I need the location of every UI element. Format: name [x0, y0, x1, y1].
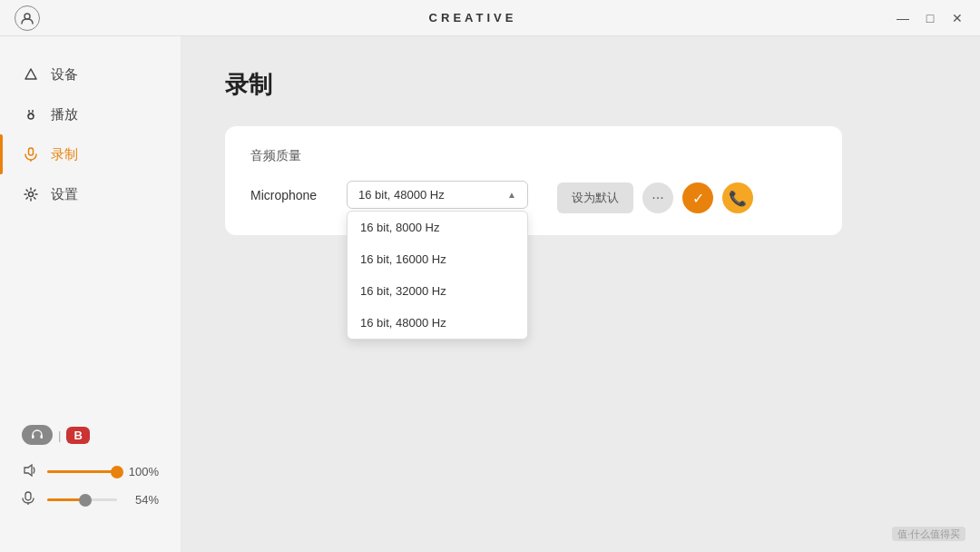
volume-main-value: 100% [126, 465, 159, 478]
title-bar-left [15, 5, 51, 31]
volume-main-fill [47, 470, 117, 473]
sidebar-nav: 设备 播放 [0, 54, 181, 410]
title-bar: CREATIVE — □ ✕ [0, 0, 980, 36]
svg-point-0 [24, 14, 30, 19]
device-row: Microphone 16 bit, 48000 Hz ▲ 16 bit, 80… [250, 181, 817, 213]
svg-rect-9 [41, 435, 44, 439]
dropdown-option-3[interactable]: 16 bit, 48000 Hz [348, 307, 527, 339]
sidebar-label-record: 录制 [51, 146, 78, 163]
close-button[interactable]: ✕ [949, 10, 965, 26]
devices-icon [22, 65, 40, 84]
volume-mic-thumb[interactable] [79, 494, 92, 507]
badge-divider: | [58, 429, 61, 442]
svg-marker-10 [24, 465, 32, 476]
sidebar-label-devices: 设备 [51, 66, 78, 84]
minimize-button[interactable]: — [895, 10, 911, 26]
dropdown-option-0[interactable]: 16 bit, 8000 Hz [348, 212, 527, 243]
sidebar-item-playback[interactable]: 播放 [0, 94, 181, 134]
sidebar-bottom: | B 100% [0, 410, 181, 534]
selected-option-label: 16 bit, 48000 Hz [358, 188, 445, 202]
phone-icon: 📞 [729, 190, 747, 207]
call-button[interactable]: 📞 [722, 182, 753, 213]
check-icon: ✓ [692, 190, 704, 207]
volume-main-track[interactable] [47, 470, 117, 473]
volume-mic-track[interactable] [47, 498, 117, 501]
app-logo: CREATIVE [51, 11, 895, 25]
watermark: 值·什么值得买 [892, 527, 965, 541]
audio-quality-card: 音频质量 Microphone 16 bit, 48000 Hz ▲ 16 bi… [225, 126, 842, 235]
red-badge[interactable]: B [66, 427, 89, 444]
sidebar-label-settings: 设置 [51, 186, 78, 203]
window-controls: — □ ✕ [895, 10, 965, 26]
dropdown-option-2[interactable]: 16 bit, 32000 Hz [348, 275, 527, 307]
volume-main-thumb[interactable] [111, 466, 123, 478]
maximize-button[interactable]: □ [922, 10, 938, 26]
volume-mic-value: 54% [126, 493, 159, 507]
page-title: 录制 [225, 69, 936, 101]
sidebar-item-record[interactable]: 录制 [0, 134, 181, 174]
record-icon [22, 145, 40, 163]
quality-dropdown-menu[interactable]: 16 bit, 8000 Hz 16 bit, 16000 Hz 16 bit,… [347, 211, 528, 340]
svg-point-7 [29, 192, 34, 197]
sidebar-label-playback: 播放 [51, 106, 78, 123]
headphone-badge[interactable] [22, 425, 53, 445]
sidebar-item-devices[interactable]: 设备 [0, 54, 181, 94]
account-button[interactable] [15, 5, 40, 31]
sidebar: 设备 播放 [0, 36, 181, 552]
action-buttons: 设为默认 ··· ✓ 📞 [557, 181, 753, 213]
dropdown-arrow-icon: ▲ [507, 190, 516, 200]
section-title: 音频质量 [250, 148, 817, 164]
main-layout: 设备 播放 [0, 36, 980, 552]
confirm-button[interactable]: ✓ [682, 182, 713, 213]
svg-rect-8 [32, 435, 34, 439]
volume-mic-icon [22, 491, 38, 508]
device-badges: | B [22, 425, 159, 445]
settings-icon [22, 185, 40, 203]
volume-speaker-icon [22, 463, 38, 480]
device-label: Microphone [250, 181, 332, 202]
dropdown-option-1[interactable]: 16 bit, 16000 Hz [348, 243, 527, 275]
sidebar-item-settings[interactable]: 设置 [0, 174, 181, 214]
quality-dropdown-container: 16 bit, 48000 Hz ▲ 16 bit, 8000 Hz 16 bi… [347, 181, 528, 209]
content-area: 录制 音频质量 Microphone 16 bit, 48000 Hz ▲ 16… [181, 36, 980, 552]
svg-marker-1 [25, 69, 36, 79]
more-options-icon: ··· [652, 190, 663, 206]
volume-mic-row: 54% [22, 491, 159, 508]
svg-rect-11 [25, 492, 31, 500]
volume-main-row: 100% [22, 463, 159, 480]
quality-dropdown-trigger[interactable]: 16 bit, 48000 Hz ▲ [347, 181, 528, 209]
playback-icon [22, 105, 40, 123]
set-default-button[interactable]: 设为默认 [557, 182, 633, 213]
more-options-button[interactable]: ··· [642, 182, 673, 213]
svg-rect-5 [29, 148, 34, 155]
